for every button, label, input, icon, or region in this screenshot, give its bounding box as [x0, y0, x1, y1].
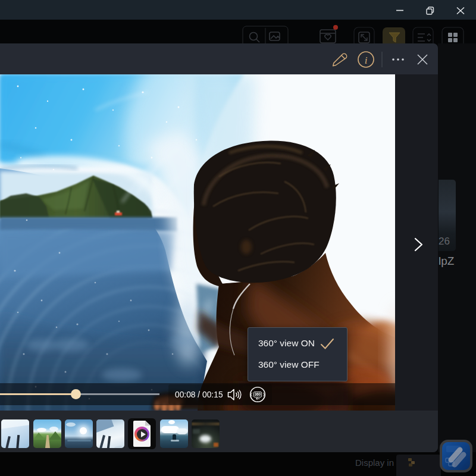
svg-text:i: i [365, 55, 368, 66]
svg-text:360: 360 [255, 392, 261, 396]
